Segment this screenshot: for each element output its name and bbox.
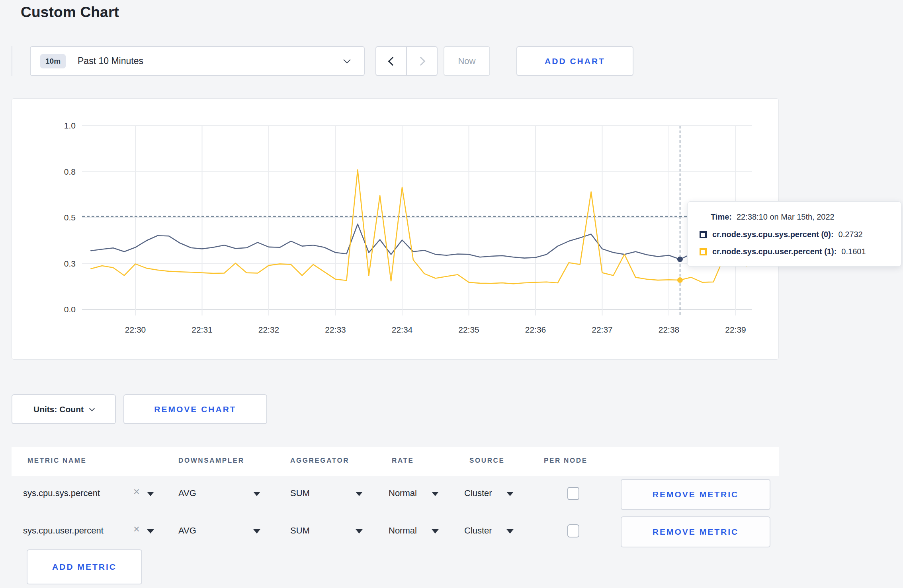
- chevron-right-icon: [416, 56, 425, 66]
- sys-series-swatch-icon: [700, 231, 707, 238]
- svg-text:1.0: 1.0: [64, 121, 76, 130]
- tooltip-series-value: 0.2732: [838, 230, 863, 239]
- close-icon[interactable]: ×: [133, 524, 140, 535]
- chart-tooltip: Time: 22:38:10 on Mar 15th, 2022 cr.node…: [687, 201, 901, 267]
- dropdown-arrow-icon[interactable]: [147, 492, 154, 496]
- units-dropdown[interactable]: Units: Count: [12, 394, 116, 424]
- metric-row: sys.cpu.sys.percent × AVG SUM Normal Clu…: [12, 476, 779, 513]
- dropdown-arrow-icon[interactable]: [356, 492, 363, 496]
- dropdown-arrow-icon[interactable]: [506, 529, 514, 533]
- add-chart-button[interactable]: ADD CHART: [516, 46, 633, 76]
- metric-name-select[interactable]: sys.cpu.sys.percent: [23, 488, 100, 498]
- source-select[interactable]: Cluster: [464, 488, 492, 498]
- metrics-table: METRIC NAME DOWNSAMPLER AGGREGATOR RATE …: [12, 447, 779, 588]
- aggregator-select[interactable]: SUM: [290, 488, 310, 498]
- column-header-aggregator: AGGREGATOR: [290, 457, 349, 465]
- tooltip-time-label: Time:: [711, 212, 732, 222]
- svg-text:22:38: 22:38: [659, 325, 680, 334]
- timescale-badge: 10m: [40, 54, 66, 68]
- dropdown-arrow-icon[interactable]: [432, 529, 439, 533]
- svg-text:22:39: 22:39: [725, 325, 746, 334]
- timescale-dropdown[interactable]: 10m Past 10 Minutes: [30, 46, 365, 76]
- chevron-down-icon: [89, 405, 95, 411]
- time-pager: [375, 46, 438, 76]
- units-label: Units: Count: [33, 405, 84, 414]
- column-header-source: SOURCE: [469, 457, 504, 465]
- tooltip-series-value: 0.1601: [841, 247, 866, 256]
- remove-chart-button[interactable]: REMOVE CHART: [123, 394, 267, 424]
- metric-name-select[interactable]: sys.cpu.user.percent: [23, 526, 104, 536]
- tooltip-series-label: cr.node.sys.cpu.user.percent (1):: [712, 247, 837, 256]
- dropdown-arrow-icon[interactable]: [356, 529, 363, 533]
- column-header-downsampler: DOWNSAMPLER: [178, 457, 244, 465]
- chevron-down-icon: [343, 56, 350, 63]
- svg-text:0.5: 0.5: [64, 213, 76, 222]
- next-time-button[interactable]: [406, 47, 437, 75]
- svg-text:22:32: 22:32: [258, 325, 280, 334]
- chevron-left-icon: [388, 56, 397, 66]
- prev-time-button[interactable]: [376, 47, 406, 75]
- metrics-table-header: METRIC NAME DOWNSAMPLER AGGREGATOR RATE …: [12, 447, 779, 476]
- svg-text:22:31: 22:31: [192, 325, 213, 334]
- dropdown-arrow-icon[interactable]: [432, 492, 439, 496]
- svg-text:22:34: 22:34: [392, 325, 413, 334]
- user-series-swatch-icon: [700, 248, 707, 255]
- svg-text:22:30: 22:30: [125, 325, 146, 334]
- remove-metric-button[interactable]: REMOVE METRIC: [621, 479, 770, 510]
- dropdown-arrow-icon[interactable]: [253, 492, 260, 496]
- column-header-per-node: PER NODE: [544, 457, 588, 465]
- timescale-label: Past 10 Minutes: [78, 56, 143, 66]
- dropdown-arrow-icon[interactable]: [506, 492, 514, 496]
- close-icon[interactable]: ×: [133, 487, 140, 497]
- per-node-checkbox[interactable]: [567, 487, 579, 500]
- now-button[interactable]: Now: [444, 46, 490, 76]
- svg-text:22:37: 22:37: [592, 325, 613, 334]
- column-header-rate: RATE: [392, 457, 414, 465]
- chart-panel: 0.00.30.50.81.022:3022:3122:3222:3322:34…: [12, 98, 779, 360]
- tooltip-series-row: cr.node.sys.cpu.sys.percent (0): 0.2732: [688, 230, 901, 239]
- source-select[interactable]: Cluster: [464, 526, 492, 536]
- svg-text:0.8: 0.8: [64, 167, 76, 176]
- per-node-checkbox[interactable]: [567, 524, 579, 537]
- svg-text:22:36: 22:36: [525, 325, 546, 334]
- downsampler-select[interactable]: AVG: [178, 526, 196, 536]
- remove-metric-button[interactable]: REMOVE METRIC: [621, 516, 770, 547]
- custom-chart-page: Custom Chart 10m Past 10 Minutes Now ADD…: [0, 0, 903, 588]
- metric-row: sys.cpu.user.percent × AVG SUM Normal Cl…: [12, 513, 779, 551]
- svg-text:22:33: 22:33: [325, 325, 346, 334]
- rate-select[interactable]: Normal: [389, 488, 417, 498]
- page-title: Custom Chart: [21, 4, 119, 21]
- chart-actions-row: Units: Count REMOVE CHART: [0, 394, 903, 424]
- tooltip-series-label: cr.node.sys.cpu.sys.percent (0):: [712, 230, 834, 239]
- svg-text:0.3: 0.3: [64, 259, 76, 268]
- toolbar-divider: [12, 46, 12, 76]
- aggregator-select[interactable]: SUM: [290, 526, 310, 536]
- toolbar: 10m Past 10 Minutes Now ADD CHART: [0, 46, 903, 76]
- downsampler-select[interactable]: AVG: [178, 488, 196, 498]
- rate-select[interactable]: Normal: [389, 526, 417, 536]
- dropdown-arrow-icon[interactable]: [253, 529, 260, 533]
- tooltip-time-value: 22:38:10 on Mar 15th, 2022: [737, 212, 835, 222]
- add-metric-button[interactable]: ADD METRIC: [27, 549, 142, 584]
- dropdown-arrow-icon[interactable]: [147, 529, 154, 533]
- tooltip-series-row: cr.node.sys.cpu.user.percent (1): 0.1601: [688, 247, 901, 256]
- svg-text:22:35: 22:35: [458, 325, 479, 334]
- timeseries-chart[interactable]: 0.00.30.50.81.022:3022:3122:3222:3322:34…: [12, 99, 778, 359]
- column-header-metric-name: METRIC NAME: [27, 457, 87, 465]
- svg-text:0.0: 0.0: [64, 305, 76, 314]
